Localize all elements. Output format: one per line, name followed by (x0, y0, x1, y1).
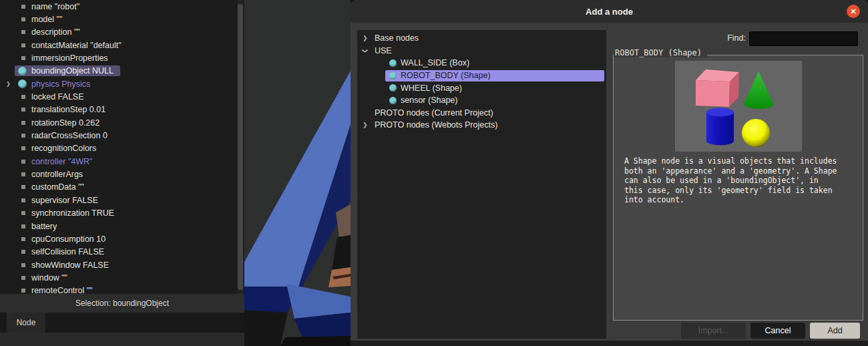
scene-tree-item-label: recognitionColors (31, 144, 96, 153)
scene-tree-item[interactable]: description "" (0, 26, 238, 39)
scene-tree-item[interactable]: recognitionColors (0, 142, 238, 155)
scene-tree-item-label: boundingObject NULL (31, 66, 114, 75)
node-tree-item[interactable]: WALL_SIDE (Box) (357, 57, 606, 69)
node-row-content: sensor (Shape) (385, 95, 461, 106)
expander-spacer (363, 85, 375, 92)
square-bullet-icon (21, 134, 25, 138)
scene-tree-item[interactable]: showWindow FALSE (0, 258, 238, 271)
expander-icon[interactable]: ❯ (363, 35, 375, 41)
node-description: A Shape node is a visual objects that in… (624, 156, 837, 205)
3d-viewport[interactable] (244, 0, 351, 346)
scene-tree-panel: name "robot"model ""description ""contac… (0, 0, 244, 346)
node-tree-item[interactable]: PROTO nodes (Current Project) (357, 107, 606, 120)
node-tree-item[interactable]: sensor (Shape) (357, 94, 606, 107)
square-bullet-icon (21, 160, 25, 164)
tab-bar: Node (0, 313, 244, 333)
cancel-button[interactable]: Cancel (750, 323, 805, 339)
scene-tree-item[interactable]: radarCrossSection 0 (0, 129, 238, 142)
close-button[interactable]: ✕ (847, 5, 860, 18)
find-input[interactable] (749, 31, 858, 46)
expander-icon[interactable]: ❯ (363, 47, 375, 54)
scene-tree-item-label: model "" (31, 15, 62, 24)
scene-tree-item[interactable]: cpuConsumption 10 (0, 232, 238, 245)
node-circle-icon (389, 59, 397, 67)
node-circle-icon (389, 72, 397, 79)
row-content: selfCollision FALSE (15, 246, 111, 257)
dialog-title: Add a node (586, 7, 633, 17)
scene-tree-item[interactable]: locked FALSE (0, 90, 238, 103)
square-bullet-icon (21, 198, 25, 202)
node-tree-item-label: sensor (Shape) (401, 96, 457, 105)
row-content: supervisor FALSE (15, 195, 105, 206)
node-info-title: ROBOT_BODY (Shape) (614, 48, 707, 57)
scene-tree-item[interactable]: window "" (0, 271, 238, 284)
node-circle-icon (389, 84, 397, 92)
scene-tree-item[interactable]: contactMaterial "default" (0, 39, 238, 51)
node-preview-image (675, 61, 802, 152)
square-bullet-icon (21, 17, 25, 21)
scene-tree-item[interactable]: rotationStep 0.262 (0, 116, 238, 129)
scene-tree-item[interactable]: selfCollision FALSE (0, 246, 238, 258)
add-button[interactable]: Add (810, 323, 860, 339)
row-content: rotationStep 0.262 (15, 118, 106, 128)
scene-tree-item[interactable]: boundingObject NULL (0, 65, 238, 77)
scene-tree-item[interactable]: battery (0, 220, 238, 232)
find-label: Find: (684, 33, 746, 43)
square-bullet-icon (21, 224, 25, 228)
scene-tree-item[interactable]: synchronization TRUE (0, 207, 238, 220)
scene-tree-item[interactable]: customData "" (0, 181, 238, 194)
row-content: showWindow FALSE (15, 260, 116, 271)
row-content: radarCrossSection 0 (15, 130, 114, 141)
scene-tree-item[interactable]: supervisor FALSE (0, 194, 238, 206)
dialog-bottom-edge (351, 341, 868, 346)
scene-tree-item[interactable]: remoteControl "" (0, 285, 238, 294)
square-bullet-icon (21, 263, 25, 267)
scene-tree-item-label: contactMaterial "default" (31, 41, 122, 50)
node-tree-item[interactable]: WHEEL (Shape) (357, 81, 606, 94)
node-type-tree: ❯Base nodes❯USEWALL_SIDE (Box)ROBOT_BODY… (357, 30, 606, 339)
node-tree-item[interactable]: ROBOT_BODY (Shape) (357, 69, 606, 82)
node-tree-item-label: WHEEL (Shape) (401, 83, 462, 93)
row-content: controller "4WR" (15, 156, 99, 167)
scene-tree-item-label: battery (31, 222, 57, 231)
expander-icon[interactable]: ❯ (6, 81, 15, 87)
row-content: battery (15, 221, 63, 232)
scene-tree-item[interactable]: immersionProperties (0, 51, 238, 64)
scene-tree-item-label: supervisor FALSE (31, 196, 98, 205)
square-bullet-icon (21, 108, 25, 112)
scene-tree-item-label: controller "4WR" (31, 157, 93, 166)
scene-tree-item[interactable]: model "" (0, 13, 238, 25)
scene-tree-scrollbar[interactable] (237, 0, 244, 294)
expander-spacer (363, 59, 375, 66)
square-bullet-icon (21, 289, 25, 293)
cone-shape-icon (744, 71, 774, 109)
scrollbar-handle[interactable] (238, 4, 243, 290)
scene-tree-item[interactable]: name "robot" (0, 0, 238, 13)
node-tree-item[interactable]: ❯Base nodes (357, 32, 606, 45)
row-content: controllerArgs (15, 169, 89, 180)
dialog-titlebar[interactable]: Add a node ✕ (351, 0, 868, 23)
row-content: contactMaterial "default" (15, 40, 128, 51)
expander-spacer (363, 72, 375, 79)
square-bullet-icon (21, 5, 25, 9)
scene-tree-item[interactable]: ❯physics Physics (0, 77, 238, 90)
node-tree-item[interactable]: ❯PROTO nodes (Webots Projects) (357, 119, 606, 132)
import-button[interactable]: Import... (681, 323, 746, 339)
row-content: customData "" (15, 182, 91, 192)
node-row-content: WHEEL (Shape) (385, 82, 466, 94)
node-info-groupbox: A Shape node is a visual objects that in… (613, 55, 863, 321)
node-tree-item-label: ROBOT_BODY (Shape) (401, 71, 491, 80)
expander-spacer (363, 110, 375, 116)
node-tree-item[interactable]: ❯USE (357, 45, 606, 57)
scene-tree-item[interactable]: translationStep 0.01 (0, 104, 238, 116)
row-content: physics Physics (15, 79, 97, 90)
tab-node[interactable]: Node (7, 313, 45, 333)
expander-icon[interactable]: ❯ (363, 122, 375, 128)
cylinder-shape-icon (706, 108, 734, 146)
scene-tree-item[interactable]: controller "4WR" (0, 155, 238, 168)
scene-tree-item[interactable]: controllerArgs (0, 168, 238, 180)
sphere-shape-icon (742, 119, 770, 147)
scene-tree-item-label: synchronization TRUE (31, 208, 114, 218)
square-bullet-icon (21, 30, 25, 34)
row-content: cpuConsumption 10 (15, 234, 112, 244)
